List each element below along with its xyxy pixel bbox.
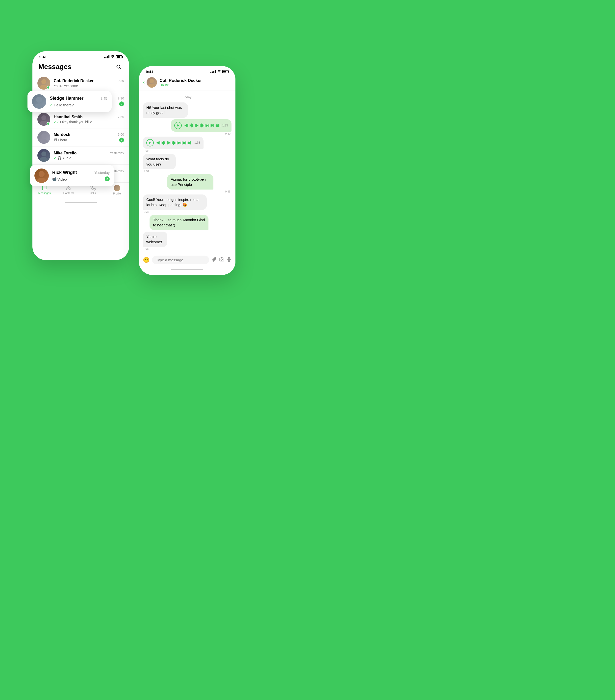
conversation-item-roderick[interactable]: Col. Roderick Decker 9:39 You're welcome [33, 74, 129, 92]
play-button-received[interactable] [146, 139, 154, 147]
float-preview-rick: Video [58, 177, 67, 182]
svg-marker-23 [149, 141, 151, 144]
avatar-wrap-murdock [37, 131, 50, 144]
message-1: Hi! Your last shot was really good! [143, 102, 206, 118]
nav-messages[interactable]: Messages [37, 185, 52, 195]
conv-time-hannibal: 7:55 [118, 115, 124, 119]
svg-point-17 [35, 103, 44, 109]
svg-marker-22 [177, 124, 179, 127]
messages-title: Messages [38, 63, 72, 71]
chat-contact-name: Col. Roderick Decker [159, 78, 226, 83]
status-bar-1: 9:41 [33, 51, 129, 60]
play-button-sent[interactable] [174, 122, 182, 129]
svg-point-2 [41, 79, 46, 84]
conv-info-roderick: Col. Roderick Decker 9:39 You're welcome [54, 79, 124, 88]
conv-preview-murdock: Photo [58, 138, 67, 142]
search-button[interactable] [114, 62, 123, 71]
bubble-7: Thank u so much Antonio! Glad to hear th… [149, 215, 208, 230]
online-dot-roderick [47, 86, 50, 89]
msg-time-4: 9:34 [143, 170, 189, 173]
msg-time-8: 9:39 [143, 248, 177, 250]
audio-icon: 🎧 [58, 156, 61, 160]
svg-point-24 [221, 259, 223, 261]
message-6: Cool! Your designs inspire me a lot bro.… [143, 195, 232, 213]
signal-bar-2 [106, 57, 107, 59]
back-button[interactable]: ‹ [143, 79, 145, 86]
status-time-1: 9:41 [39, 55, 47, 59]
nav-profile-avatar [114, 185, 120, 191]
chat-input-bar: 🙂 [139, 253, 235, 267]
signal-icon [104, 55, 109, 59]
wifi-icon [111, 55, 115, 59]
conv-info-mike: Mike Torello Yesterday ✓ 🎧 Audio [54, 151, 124, 160]
svg-point-10 [41, 151, 46, 157]
float-avatar-rick [34, 168, 49, 183]
svg-point-16 [36, 97, 42, 103]
unread-badge-rick: 2 [105, 176, 110, 182]
more-options-button[interactable]: ⋮ [226, 79, 232, 85]
nav-contacts[interactable]: Contacts [61, 185, 76, 195]
wifi-icon-2 [217, 70, 221, 74]
unread-badge-angela: 2 [119, 101, 124, 107]
message-row-5: Figma, for prototype i use Principle 9:3… [143, 174, 232, 193]
message-row-4: What tools do you use? 9:34 [143, 154, 232, 173]
voice-bubble-received: 1.35 [143, 137, 204, 149]
float-info-sledge: Sledge Hammer 8.45 ✓ Hello there? [50, 96, 107, 107]
bubble-4: What tools do you use? [143, 154, 176, 169]
conv-info-hannibal: Hannibal Smith 7:55 ✓✓ Okay thank you bi… [54, 115, 124, 124]
conv-info-murdock: Murdock 6:00 🖼 Photo 2 [54, 133, 124, 142]
floating-card-rick[interactable]: Rick Wright Yesterday 📹 Video 2 [30, 165, 114, 186]
conversation-item-mike[interactable]: Mike Torello Yesterday ✓ 🎧 Audio [33, 147, 129, 164]
nav-profile[interactable]: Profile [109, 185, 124, 195]
attach-button[interactable] [212, 257, 217, 263]
conv-preview-mike: Audio [62, 156, 71, 160]
chat-header: ‹ Col. Roderick Decker Online ⋮ [139, 75, 235, 91]
messages-header: Messages [33, 60, 129, 74]
conversation-item-murdock[interactable]: Murdock 6:00 🖼 Photo 2 [33, 128, 129, 147]
signal-bar-4 [109, 55, 109, 59]
nav-messages-label: Messages [38, 191, 51, 195]
svg-point-9 [40, 139, 48, 144]
message-2: 1.35 9:30 [171, 119, 232, 135]
msg-time-2: 9:30 [171, 132, 232, 135]
conv-preview-roderick: You're welcome [54, 84, 78, 88]
status-time-2: 9:41 [146, 70, 153, 74]
chat-header-info: Col. Roderick Decker Online [159, 78, 226, 87]
avatar-wrap-roderick [37, 77, 50, 90]
float-info-rick: Rick Wright Yesterday 📹 Video 2 [52, 170, 110, 182]
message-row-1: Hi! Your last shot was really good! [143, 102, 232, 118]
svg-point-6 [41, 115, 46, 120]
svg-point-8 [41, 133, 46, 138]
bubble-8: You're welcome! [143, 232, 167, 247]
message-input[interactable] [152, 255, 209, 264]
float-time-rick: Yesterday [94, 171, 110, 175]
voice-duration-sent: 1.35 [222, 124, 228, 127]
camera-button[interactable] [219, 257, 224, 263]
chat-contact-status: Online [159, 83, 226, 87]
signal-icon-2 [210, 70, 216, 73]
float-avatar-sledge [32, 94, 46, 109]
message-row-6: Cool! Your designs inspire me a lot bro.… [143, 195, 232, 213]
conv-name-roderick: Col. Roderick Decker [54, 79, 94, 83]
conversation-item-hannibal[interactable]: Hannibal Smith 7:55 ✓✓ Okay thank you bi… [33, 110, 129, 128]
mic-button[interactable] [226, 257, 232, 263]
message-4: What tools do you use? 9:34 [143, 154, 189, 173]
conv-time-mike: Yesterday [110, 151, 124, 155]
nav-contacts-label: Contacts [63, 191, 74, 195]
home-indicator-1 [65, 202, 97, 203]
online-dot-hannibal [47, 122, 50, 125]
emoji-button[interactable]: 🙂 [143, 257, 149, 263]
message-8: You're welcome! 9:39 [143, 232, 177, 250]
conv-time-angela: 8:30 [118, 97, 124, 100]
unread-badge-murdock: 2 [119, 138, 124, 142]
conv-name-hannibal: Hannibal Smith [54, 115, 83, 119]
message-3: 1.35 9:32 [143, 137, 204, 152]
conv-time-roderick: 9:39 [118, 79, 124, 83]
battery-icon [116, 55, 122, 59]
date-divider: Today [143, 95, 232, 99]
svg-point-20 [149, 79, 154, 83]
floating-card-sledge[interactable]: Sledge Hammer 8.45 ✓ Hello there? [27, 91, 112, 112]
nav-calls[interactable]: Calls [85, 185, 100, 195]
svg-point-11 [40, 157, 48, 162]
nav-calls-label: Calls [90, 191, 96, 195]
